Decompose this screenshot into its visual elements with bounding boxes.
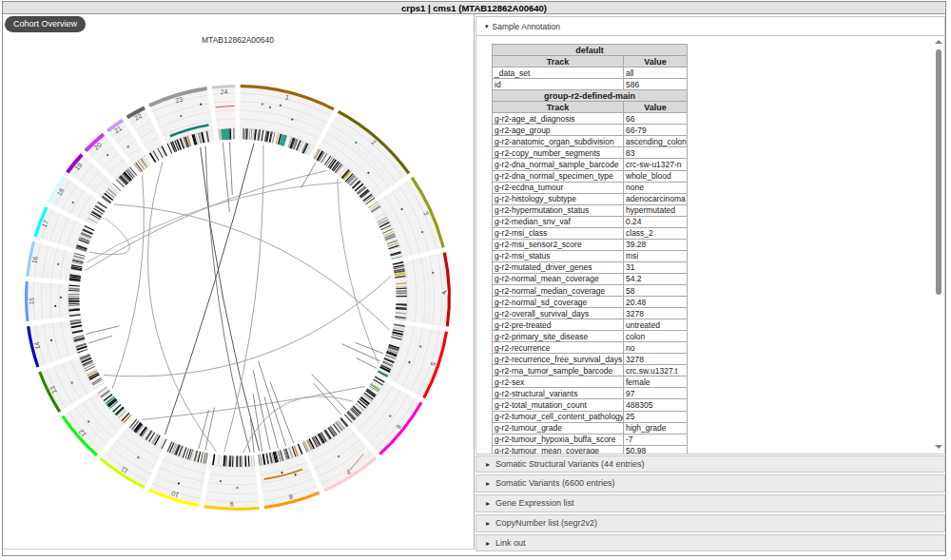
svg-text:16: 16 xyxy=(30,256,38,264)
svg-text:24: 24 xyxy=(220,88,227,96)
svg-text:15: 15 xyxy=(28,298,34,305)
svg-text:9: 9 xyxy=(230,500,234,507)
svg-text:MTAB12862A00640: MTAB12862A00640 xyxy=(202,35,274,45)
